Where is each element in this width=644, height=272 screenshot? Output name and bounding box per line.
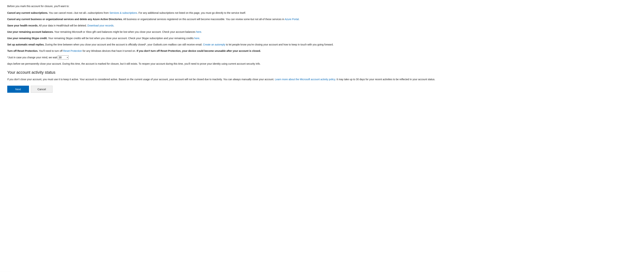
section-auto-reply: Set up automatic email replies. During t… <box>7 43 637 46</box>
section-cancel-subscriptions-text1: You can cancel most—but not all—subscrip… <box>48 12 110 14</box>
section-save-health-bold: Save your health records. <box>7 24 38 27</box>
section-cancel-business-text2: . <box>299 18 300 21</box>
section-cancel-business-bold: Cancel any current business or organizat… <box>7 18 123 21</box>
days-dropdown[interactable]: 3060 <box>58 56 69 60</box>
section-cancel-subscriptions: Cancel any current subscriptions. You ca… <box>7 11 637 15</box>
download-records-link[interactable]: Download your records <box>88 24 114 27</box>
wait-security-info: current account security info. <box>228 62 260 65</box>
skype-here-link[interactable]: here <box>194 37 200 40</box>
section-auto-reply-text1: During the time between when you close y… <box>44 43 203 46</box>
azure-portal-link[interactable]: Azure Portal <box>285 18 299 21</box>
section-auto-reply-text2: to let people know you're closing your a… <box>225 43 334 46</box>
balances-here-link[interactable]: here <box>196 30 201 33</box>
section-save-health: Save your health records. All your data … <box>7 24 637 28</box>
reset-protection-link[interactable]: Reset Protection <box>63 50 82 52</box>
section-use-balances-text1: Your remaining Microsoft or Xbox gift ca… <box>54 30 196 33</box>
section-cancel-subscriptions-bold: Cancel any current subscriptions. <box>7 12 48 14</box>
section-skype-credit-bold: Use your remaining Skype credit. <box>7 37 48 40</box>
activity-text-after: . It may take up to 30 days for your rec… <box>335 78 435 81</box>
section-skype-credit-text1: Your remaining Skype credits will be los… <box>48 37 194 40</box>
activity-text: If you don't close your account, you mus… <box>7 78 637 81</box>
section-reset-protection: Turn off Reset Protection. You'll need t… <box>7 49 637 53</box>
section-cancel-business: Cancel any current business or organizat… <box>7 18 637 21</box>
wait-sentence: *Just in case you change your mind, we w… <box>7 56 637 60</box>
section-skype-credit-text2: . <box>200 37 200 40</box>
activity-heading: Your account activity status <box>7 69 637 75</box>
section-cancel-business-text1: All business or organizational services … <box>123 18 285 21</box>
section-reset-protection-text1: You'll need to turn off <box>38 50 63 52</box>
wait-prefix: *Just in case you change your mind, we w… <box>7 56 58 59</box>
intro-text: Before you mark this account for closure… <box>7 4 637 8</box>
section-skype-credit: Use your remaining Skype credit. Your re… <box>7 36 637 40</box>
section-reset-protection-bold: Turn off Reset Protection. <box>7 50 38 52</box>
wait-suffix: days before we permanently close your ac… <box>7 62 228 65</box>
section-reset-protection-text2: for any Windows devices that have it tur… <box>82 50 136 52</box>
section-auto-reply-bold: Set up automatic email replies. <box>7 43 44 46</box>
button-row: Next Cancel <box>7 86 637 93</box>
section-save-health-text1: All your data in HealthVault will be del… <box>38 24 87 27</box>
cancel-button[interactable]: Cancel <box>31 86 52 93</box>
next-button[interactable]: Next <box>7 86 29 93</box>
section-reset-protection-bold-end: If you don't turn off Reset Protection, … <box>136 50 261 52</box>
section-cancel-subscriptions-text2: . For any additional subscriptions not l… <box>137 12 246 14</box>
section-use-balances-bold: Use your remaining account balances. <box>7 30 54 33</box>
activity-policy-link[interactable]: Learn more about the Microsoft account a… <box>275 78 335 81</box>
section-use-balances-text2: . <box>201 30 202 33</box>
section-use-balances: Use your remaining account balances. You… <box>7 30 637 34</box>
services-subscriptions-link[interactable]: Services & subscriptions <box>110 12 137 14</box>
activity-text-before: If you don't close your account, you mus… <box>7 78 275 81</box>
section-save-health-text2: . <box>114 24 114 27</box>
autoreply-link[interactable]: Create an autoreply <box>203 43 225 46</box>
